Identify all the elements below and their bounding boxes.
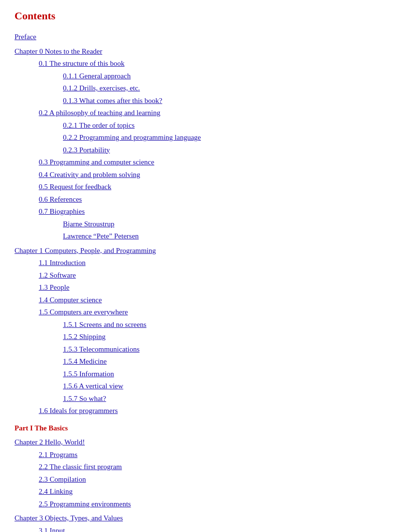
section-0-7-link[interactable]: 0.7 Biographies bbox=[39, 207, 85, 215]
section-1-5-4-link[interactable]: 1.5.4 Medicine bbox=[63, 357, 107, 365]
section-3-1[interactable]: 3.1 Input bbox=[39, 525, 396, 532]
section-0-2-1[interactable]: 0.2.1 The order of topics bbox=[63, 119, 396, 132]
preface-link[interactable]: Preface bbox=[15, 33, 36, 41]
section-1-5-4[interactable]: 1.5.4 Medicine bbox=[63, 355, 396, 368]
section-0-2-1-link[interactable]: 0.2.1 The order of topics bbox=[63, 121, 135, 129]
section-1-2-link[interactable]: 1.2 Software bbox=[39, 271, 76, 279]
section-0-5[interactable]: 0.5 Request for feedback bbox=[39, 181, 396, 193]
section-2-1[interactable]: 2.1 Programs bbox=[39, 449, 396, 461]
section-1-1-link[interactable]: 1.1 Introduction bbox=[39, 259, 86, 266]
section-0-7-lawrence-link[interactable]: Lawrence “Pete” Petersen bbox=[63, 232, 139, 240]
section-0-7-bjarne-link[interactable]: Bjarne Stroustrup bbox=[63, 220, 114, 228]
preface-entry[interactable]: Preface bbox=[15, 31, 396, 44]
section-1-5-3[interactable]: 1.5.3 Telecommunications bbox=[63, 343, 396, 356]
section-0-5-link[interactable]: 0.5 Request for feedback bbox=[39, 183, 111, 191]
section-0-3[interactable]: 0.3 Programming and computer science bbox=[39, 156, 396, 169]
section-1-3[interactable]: 1.3 People bbox=[39, 281, 396, 294]
section-1-5-5-link[interactable]: 1.5.5 Information bbox=[63, 370, 114, 378]
section-1-5-5[interactable]: 1.5.5 Information bbox=[63, 368, 396, 381]
section-2-2[interactable]: 2.2 The classic first program bbox=[39, 461, 396, 473]
section-0-1-1[interactable]: 0.1.1 General approach bbox=[63, 70, 396, 83]
chapter3-link[interactable]: Chapter 3 Objects, Types, and Values bbox=[15, 514, 123, 522]
section-0-1-2-link[interactable]: 0.1.2 Drills, exercises, etc. bbox=[63, 84, 140, 92]
section-0-2-3-link[interactable]: 0.2.3 Portability bbox=[63, 146, 110, 154]
section-1-5-7-link[interactable]: 1.5.7 So what? bbox=[63, 395, 106, 402]
section-0-4[interactable]: 0.4 Creativity and problem solving bbox=[39, 169, 396, 181]
section-1-2[interactable]: 1.2 Software bbox=[39, 269, 396, 282]
section-0-7[interactable]: 0.7 Biographies bbox=[39, 206, 396, 218]
chapter0-link[interactable]: Chapter 0 Notes to the Reader bbox=[15, 47, 102, 55]
section-1-3-link[interactable]: 1.3 People bbox=[39, 283, 69, 291]
chapter1-link[interactable]: Chapter 1 Computers, People, and Program… bbox=[15, 247, 156, 254]
section-1-5-link[interactable]: 1.5 Computers are everywhere bbox=[39, 308, 128, 316]
section-0-3-link[interactable]: 0.3 Programming and computer science bbox=[39, 158, 154, 166]
section-1-6[interactable]: 1.6 Ideals for programmers bbox=[39, 405, 396, 417]
section-0-4-link[interactable]: 0.4 Creativity and problem solving bbox=[39, 171, 140, 178]
section-2-4-link[interactable]: 2.4 Linking bbox=[39, 488, 73, 495]
chapter0-entry[interactable]: Chapter 0 Notes to the Reader bbox=[15, 45, 396, 58]
section-0-1[interactable]: 0.1 The structure of this book bbox=[39, 58, 396, 70]
section-0-1-1-link[interactable]: 0.1.1 General approach bbox=[63, 72, 131, 80]
section-1-5-6[interactable]: 1.5.6 A vertical view bbox=[63, 380, 396, 393]
section-0-2-2-link[interactable]: 0.2.2 Programming and programming langua… bbox=[63, 133, 201, 141]
section-1-5[interactable]: 1.5 Computers are everywhere bbox=[39, 306, 396, 319]
section-0-2-link[interactable]: 0.2 A philosophy of teaching and learnin… bbox=[39, 109, 160, 117]
chapter2-link[interactable]: Chapter 2 Hello, World! bbox=[15, 438, 85, 446]
table-of-contents: Preface Chapter 0 Notes to the Reader 0.… bbox=[15, 31, 396, 532]
section-0-6[interactable]: 0.6 References bbox=[39, 193, 396, 206]
section-1-5-3-link[interactable]: 1.5.3 Telecommunications bbox=[63, 345, 139, 353]
section-2-4[interactable]: 2.4 Linking bbox=[39, 486, 396, 498]
section-2-2-link[interactable]: 2.2 The classic first program bbox=[39, 463, 122, 471]
section-0-2-3[interactable]: 0.2.3 Portability bbox=[63, 144, 396, 157]
section-1-4-link[interactable]: 1.4 Computer science bbox=[39, 296, 102, 304]
section-2-3-link[interactable]: 2.3 Compilation bbox=[39, 475, 86, 483]
chapter1-entry[interactable]: Chapter 1 Computers, People, and Program… bbox=[15, 245, 396, 257]
section-1-5-1[interactable]: 1.5.1 Screens and no screens bbox=[63, 319, 396, 331]
section-0-1-3[interactable]: 0.1.3 What comes after this book? bbox=[63, 95, 396, 107]
section-0-2-2[interactable]: 0.2.2 Programming and programming langua… bbox=[63, 132, 396, 144]
section-0-2[interactable]: 0.2 A philosophy of teaching and learnin… bbox=[39, 107, 396, 119]
chapter2-entry[interactable]: Chapter 2 Hello, World! bbox=[15, 436, 396, 449]
part1-title: Part I The Basics bbox=[15, 422, 396, 435]
part1-entry: Part I The Basics bbox=[15, 422, 396, 435]
section-2-3[interactable]: 2.3 Compilation bbox=[39, 473, 396, 486]
section-1-5-7[interactable]: 1.5.7 So what? bbox=[63, 393, 396, 405]
chapter3-entry[interactable]: Chapter 3 Objects, Types, and Values bbox=[15, 512, 396, 525]
section-1-6-link[interactable]: 1.6 Ideals for programmers bbox=[39, 407, 118, 414]
section-3-1-link[interactable]: 3.1 Input bbox=[39, 527, 65, 532]
section-1-5-2[interactable]: 1.5.2 Shipping bbox=[63, 331, 396, 343]
section-0-1-3-link[interactable]: 0.1.3 What comes after this book? bbox=[63, 97, 162, 104]
section-1-5-1-link[interactable]: 1.5.1 Screens and no screens bbox=[63, 321, 146, 328]
section-2-5-link[interactable]: 2.5 Programming environments bbox=[39, 500, 131, 508]
section-0-1-2[interactable]: 0.1.2 Drills, exercises, etc. bbox=[63, 82, 396, 95]
section-1-5-2-link[interactable]: 1.5.2 Shipping bbox=[63, 333, 106, 340]
section-2-5[interactable]: 2.5 Programming environments bbox=[39, 498, 396, 511]
section-0-7-lawrence[interactable]: Lawrence “Pete” Petersen bbox=[63, 230, 396, 243]
section-1-5-6-link[interactable]: 1.5.6 A vertical view bbox=[63, 382, 123, 390]
section-1-1[interactable]: 1.1 Introduction bbox=[39, 257, 396, 269]
section-0-1-link[interactable]: 0.1 The structure of this book bbox=[39, 59, 124, 67]
section-1-4[interactable]: 1.4 Computer science bbox=[39, 294, 396, 307]
section-0-7-bjarne[interactable]: Bjarne Stroustrup bbox=[63, 218, 396, 231]
section-2-1-link[interactable]: 2.1 Programs bbox=[39, 451, 77, 458]
section-0-6-link[interactable]: 0.6 References bbox=[39, 195, 82, 203]
page-title: Contents bbox=[15, 10, 396, 22]
